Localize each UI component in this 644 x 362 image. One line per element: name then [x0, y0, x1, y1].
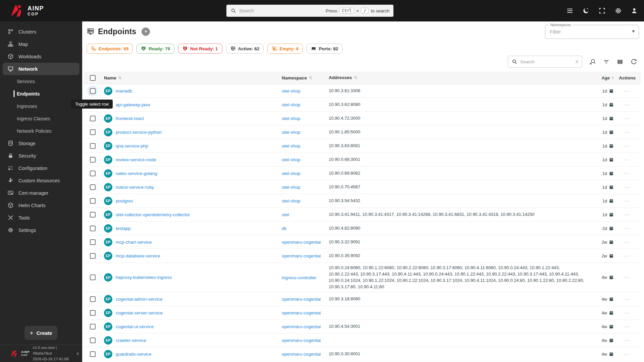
row-actions-menu-icon[interactable]: ⋯	[624, 184, 631, 190]
namespace-link[interactable]: ingress-controller	[282, 275, 317, 280]
filter-icon[interactable]	[603, 58, 610, 65]
row-actions-menu-icon[interactable]: ⋯	[624, 143, 631, 149]
table-row[interactable]: EP mcp-database-service openmaru-cogenta…	[84, 249, 641, 263]
row-actions-menu-icon[interactable]: ⋯	[624, 198, 631, 204]
namespace-link[interactable]: otel	[282, 212, 289, 217]
row-checkbox[interactable]	[90, 310, 96, 316]
namespace-link[interactable]: otel-shop	[282, 143, 301, 148]
row-checkbox[interactable]	[90, 198, 96, 204]
row-actions-menu-icon[interactable]: ⋯	[624, 310, 631, 316]
table-row[interactable]: EP frontend-react otel-shop 10.90.4.72:3…	[84, 112, 641, 125]
endpoint-name-link[interactable]: product-service-python	[116, 130, 162, 135]
namespace-link[interactable]: openmaru-cogentai	[282, 352, 321, 357]
namespace-link[interactable]: otel-shop	[282, 88, 301, 94]
table-row[interactable]: EP cogentai-server-service openmaru-coge…	[84, 306, 641, 320]
table-search-input[interactable]	[520, 59, 572, 64]
table-row[interactable]: EP qna-service-php otel-shop 10.90.3.63:…	[84, 139, 641, 153]
row-checkbox[interactable]	[90, 253, 96, 259]
sidebar-item-endpoints[interactable]: Endpoints	[0, 87, 82, 100]
row-checkbox[interactable]	[90, 171, 96, 176]
namespace-link[interactable]: otel-shop	[282, 171, 301, 176]
table-row[interactable]: EP cogentai-admin-service openmaru-cogen…	[84, 292, 641, 306]
table-row[interactable]: EP guardrails-service openmaru-cogentai …	[84, 347, 641, 361]
row-checkbox[interactable]	[90, 116, 96, 121]
table-row[interactable]: EP product-service-python otel-shop 10.9…	[84, 125, 641, 139]
table-row[interactable]: EP sales-service-golang otel-shop 10.90.…	[84, 167, 641, 180]
endpoint-name-link[interactable]: sales-service-golang	[116, 171, 157, 176]
namespace-link[interactable]: otel-shop	[282, 102, 301, 107]
global-search-input[interactable]	[239, 8, 323, 13]
sort-icon[interactable]: ⇅	[309, 75, 312, 80]
column-header-namespace[interactable]: Namespace⇅	[276, 75, 323, 80]
table-row[interactable]: EP notice-service-ruby otel-shop 10.90.0…	[84, 180, 641, 194]
sidebar-item-cert-manager[interactable]: Cert-manager	[0, 187, 82, 199]
namespace-link[interactable]: openmaru-cogentai	[282, 324, 321, 329]
endpoint-name-link[interactable]: cogentai-admin-service	[116, 297, 163, 302]
column-header-name[interactable]: Name⇅	[101, 75, 276, 80]
sidebar-item-settings[interactable]: Settings	[0, 224, 82, 236]
row-actions-menu-icon[interactable]: ⋯	[624, 351, 631, 357]
namespace-link[interactable]: openmaru-cogentai	[282, 240, 321, 245]
row-checkbox[interactable]	[90, 226, 96, 231]
row-checkbox[interactable]	[90, 212, 96, 218]
select-all-checkbox[interactable]	[90, 75, 96, 81]
column-header-addresses[interactable]: Addresses⇅	[323, 74, 592, 81]
row-actions-menu-icon[interactable]: ⋯	[624, 253, 631, 259]
row-actions-menu-icon[interactable]: ⋯	[624, 225, 631, 232]
row-checkbox[interactable]	[90, 88, 96, 94]
sort-icon[interactable]: ⇅	[354, 75, 357, 80]
fullscreen-icon[interactable]	[598, 7, 606, 14]
endpoint-name-link[interactable]: qna-service-php	[116, 143, 148, 148]
menu-icon[interactable]	[566, 7, 574, 14]
sidebar-item-storage[interactable]: Storage	[0, 137, 82, 149]
row-checkbox[interactable]	[90, 184, 96, 190]
sort-ascending-icon[interactable]: ↑	[611, 75, 614, 80]
row-actions-menu-icon[interactable]: ⋯	[624, 239, 631, 245]
sidebar-item-workloads[interactable]: Workloads	[0, 50, 82, 63]
sidebar-item-network[interactable]: Network	[3, 63, 79, 75]
row-checkbox[interactable]	[90, 351, 96, 357]
row-actions-menu-icon[interactable]: ⋯	[624, 296, 631, 302]
table-row[interactable]: EP otel-collector-opentelemetry-collecto…	[84, 208, 641, 222]
sort-icon[interactable]: ⇅	[118, 75, 122, 80]
dark-mode-icon[interactable]	[582, 7, 590, 14]
row-checkbox[interactable]	[90, 129, 96, 135]
row-actions-menu-icon[interactable]: ⋯	[624, 170, 631, 177]
row-checkbox[interactable]	[90, 143, 96, 149]
sidebar-item-configuration[interactable]: Configuration	[0, 162, 82, 174]
namespace-link[interactable]: otel-shop	[282, 130, 301, 135]
row-actions-menu-icon[interactable]: ⋯	[624, 323, 631, 330]
row-checkbox[interactable]	[90, 239, 96, 245]
row-actions-menu-icon[interactable]: ⋯	[624, 115, 631, 122]
sidebar-item-map[interactable]: Map	[0, 38, 82, 50]
row-checkbox[interactable]	[90, 324, 96, 329]
row-checkbox[interactable]	[90, 275, 96, 280]
table-search[interactable]: ×	[508, 56, 582, 68]
row-checkbox[interactable]	[90, 338, 96, 343]
endpoint-name-link[interactable]: testapp	[116, 226, 130, 231]
namespace-link[interactable]: openmaru-cogentai	[282, 253, 321, 258]
endpoint-name-link[interactable]: haproxy-kubernetes-ingress	[116, 275, 172, 280]
endpoint-name-link[interactable]: crawler-service	[116, 338, 146, 343]
sidebar-item-tools[interactable]: Tools	[0, 212, 82, 224]
endpoint-name-link[interactable]: mariadb	[116, 88, 132, 94]
namespace-link[interactable]: dk	[282, 226, 286, 231]
settings-gear-icon[interactable]	[614, 7, 622, 14]
sidebar-item-ingress-classes[interactable]: Ingress Classes	[0, 112, 82, 125]
endpoint-name-link[interactable]: mcp-database-service	[116, 253, 160, 258]
namespace-link[interactable]: openmaru-cogentai	[282, 338, 321, 343]
table-row[interactable]: EP postgres otel-shop 10.90.3.54:5432 1d…	[84, 194, 641, 208]
sidebar-item-network-policies[interactable]: Network Policies	[0, 125, 82, 137]
namespace-link[interactable]: openmaru-cogentai	[282, 310, 321, 315]
endpoint-name-link[interactable]: cogentai-server-service	[116, 310, 163, 315]
advanced-search-icon[interactable]	[589, 58, 596, 65]
endpoint-name-link[interactable]: cogentai-ui-service	[116, 324, 154, 329]
app-logo[interactable]: AINP COP	[9, 3, 44, 18]
refresh-icon[interactable]	[630, 58, 637, 65]
namespace-link[interactable]: otel-shop	[282, 185, 301, 190]
namespace-link[interactable]: otel-shop	[282, 157, 301, 162]
row-actions-menu-icon[interactable]: ⋯	[624, 88, 631, 94]
endpoint-name-link[interactable]: otel-collector-opentelemetry-collector	[116, 212, 190, 217]
sidebar-item-clusters[interactable]: Clusters	[0, 25, 82, 38]
sidebar-item-services[interactable]: Services	[0, 75, 82, 87]
